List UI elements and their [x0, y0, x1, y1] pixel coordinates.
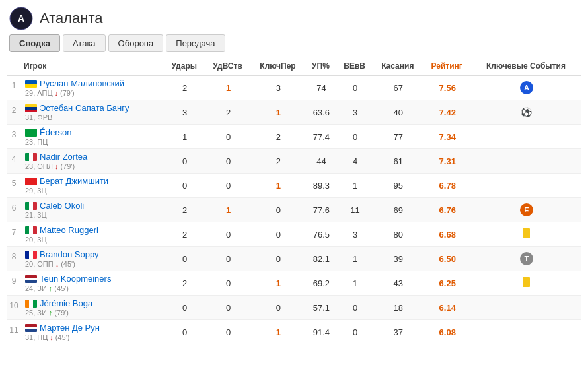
- tabs-bar: Сводка Атака Оборона Передача: [0, 34, 588, 57]
- player-name-text[interactable]: Brandon Soppy: [40, 249, 99, 259]
- player-name[interactable]: Jérémie Boga: [25, 298, 161, 308]
- event-t-badge: T: [520, 252, 533, 265]
- player-age: 31,: [25, 114, 35, 121]
- rating-cell: 6.78: [423, 174, 472, 198]
- col-pass-pct: УП%: [306, 57, 338, 75]
- player-flag: [25, 129, 37, 137]
- touches-cell: 40: [373, 100, 423, 125]
- player-name-text[interactable]: Nadir Zortea: [40, 152, 87, 162]
- player-name[interactable]: Эстебан Сапата Бангу: [25, 103, 161, 113]
- key-pass-cell: 1: [251, 271, 305, 296]
- touches-cell: 67: [373, 75, 423, 100]
- players-table: Игрок Удары УдВСтв КлючПер УП% ВЕвВ Каса…: [7, 57, 581, 344]
- player-position: АПЦ: [37, 89, 52, 97]
- player-age: 31,: [25, 333, 35, 341]
- sub-arrow-up: ↑: [49, 284, 53, 292]
- event-cell: [472, 174, 581, 198]
- rating-cell: 6.76: [423, 198, 472, 222]
- table-row: 11 Мартен Де Рун 31, ПЦ ↓ (45') 0 0 1 91…: [7, 320, 581, 344]
- player-name[interactable]: Берат Джимшити: [25, 176, 161, 186]
- player-flag: [25, 80, 37, 88]
- sub-minute: (45'): [61, 260, 75, 268]
- table-row: 9 Teun Koopmeiners 24, ЗИ ↑ (45') 2 0 1 …: [7, 271, 581, 296]
- player-name[interactable]: Éderson: [25, 127, 161, 137]
- player-name[interactable]: Руслан Малиновский: [25, 79, 161, 88]
- touches-cell: 80: [373, 222, 423, 247]
- player-name-text[interactable]: Teun Koopmeiners: [40, 274, 111, 284]
- player-position: 3Ц: [37, 211, 46, 219]
- sub-arrow-down: ↓: [55, 260, 59, 268]
- event-cell: A: [472, 75, 581, 100]
- pass-pct-cell: 44: [306, 149, 338, 174]
- touches-cell: 39: [373, 247, 423, 271]
- player-cell: Matteo Ruggeri 20, 3Ц: [21, 222, 165, 247]
- key-pass-cell: 1: [251, 100, 305, 125]
- player-position: ЗИ: [37, 309, 47, 317]
- rating-cell: 7.42: [423, 100, 472, 125]
- rating-cell: 6.50: [423, 247, 472, 271]
- row-number: 1: [7, 75, 21, 100]
- table-row: 6 Caleb Okoli 21, 3Ц 2 1 0 77.6 11 69 6.…: [7, 198, 581, 222]
- yellow-card-icon: [523, 228, 530, 238]
- player-name-text[interactable]: Берат Джимшити: [40, 176, 108, 186]
- shots-cell: 0: [165, 320, 205, 344]
- player-name[interactable]: Caleb Okoli: [25, 201, 161, 211]
- player-position: ПЦ: [37, 333, 48, 341]
- big-chances-cell: 3: [337, 222, 373, 247]
- pass-pct-cell: 91.4: [306, 320, 338, 344]
- sub-arrow-down: ↓: [50, 333, 54, 341]
- player-name-text[interactable]: Эстебан Сапата Бангу: [40, 103, 129, 113]
- key-pass-cell: 3: [251, 75, 305, 100]
- shots-cell: 0: [165, 149, 205, 174]
- shots-cell: 1: [165, 125, 205, 149]
- assist-badge: A: [520, 81, 533, 94]
- player-sub-info: 31, ФРВ: [25, 114, 161, 121]
- player-cell: Brandon Soppy 20, ОПП ↓ (45'): [21, 247, 165, 271]
- player-name-text[interactable]: Matteo Ruggeri: [40, 225, 98, 235]
- shots-on-cell: 0: [205, 149, 252, 174]
- touches-cell: 61: [373, 149, 423, 174]
- sub-minute: (79'): [54, 309, 69, 317]
- player-name[interactable]: Мартен Де Рун: [25, 323, 161, 333]
- rating-cell: 6.14: [423, 296, 472, 320]
- table-row: 1 Руслан Малиновский 29, АПЦ ↓ (79') 2 1…: [7, 75, 581, 100]
- shots-on-cell: 0: [205, 247, 252, 271]
- player-flag: [25, 178, 37, 185]
- tab-summary[interactable]: Сводка: [9, 34, 60, 52]
- rating-cell: 6.68: [423, 222, 472, 247]
- table-row: 2 Эстебан Сапата Бангу 31, ФРВ 3 2 1 63.…: [7, 100, 581, 125]
- event-cell: [472, 320, 581, 344]
- event-cell: [472, 222, 581, 247]
- shots-cell: 2: [165, 271, 205, 296]
- player-name-text[interactable]: Éderson: [40, 127, 71, 137]
- player-cell: Берат Джимшити 29, 3Ц: [21, 174, 165, 198]
- pass-pct-cell: 77.4: [306, 125, 338, 149]
- player-name[interactable]: Brandon Soppy: [25, 249, 161, 259]
- col-big-chances: ВЕвВ: [337, 57, 373, 75]
- pass-pct-cell: 77.6: [306, 198, 338, 222]
- big-chances-cell: 4: [337, 149, 373, 174]
- player-name-text[interactable]: Caleb Okoli: [40, 201, 84, 211]
- tab-pass[interactable]: Передача: [166, 34, 225, 52]
- player-name-text[interactable]: Руслан Малиновский: [40, 79, 124, 88]
- player-age: 23,: [25, 162, 35, 170]
- tab-attack[interactable]: Атака: [63, 34, 106, 52]
- shots-cell: 2: [165, 75, 205, 100]
- touches-cell: 69: [373, 198, 423, 222]
- table-wrap: Игрок Удары УдВСтв КлючПер УП% ВЕвВ Каса…: [0, 57, 588, 344]
- table-row: 7 Matteo Ruggeri 20, 3Ц 2 0 0 76.5 3 80 …: [7, 222, 581, 247]
- key-pass-cell: 0: [251, 296, 305, 320]
- shots-cell: 2: [165, 198, 205, 222]
- key-pass-cell: 0: [251, 247, 305, 271]
- player-name[interactable]: Nadir Zortea: [25, 152, 161, 162]
- player-name[interactable]: Matteo Ruggeri: [25, 225, 161, 235]
- table-row: 8 Brandon Soppy 20, ОПП ↓ (45') 0 0 0 82…: [7, 247, 581, 271]
- player-flag: [25, 300, 37, 308]
- tab-defense[interactable]: Оборона: [108, 34, 164, 52]
- rating-cell: 6.25: [423, 271, 472, 296]
- player-name[interactable]: Teun Koopmeiners: [25, 274, 161, 284]
- player-name-text[interactable]: Jérémie Boga: [40, 298, 92, 308]
- shots-on-cell: 0: [205, 125, 252, 149]
- player-name-text[interactable]: Мартен Де Рун: [40, 323, 100, 333]
- shots-cell: 0: [165, 247, 205, 271]
